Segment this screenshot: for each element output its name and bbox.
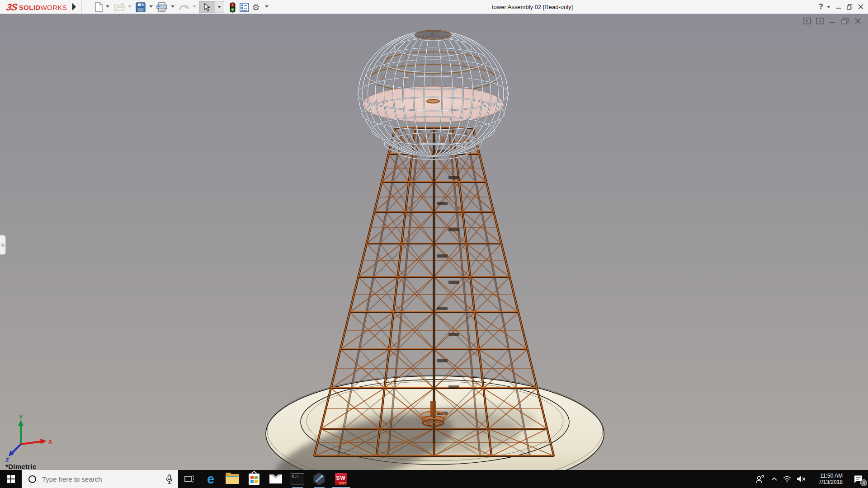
taskbar-mail-button[interactable] (265, 470, 287, 488)
logo-works-text: WORKS (41, 4, 67, 11)
screen: 3S SOLIDWORKS (0, 0, 868, 488)
close-doc-icon[interactable] (854, 18, 862, 24)
solidworks-2017-icon: SW 2017 (335, 473, 347, 485)
windows-logo-icon (7, 475, 15, 483)
help-caret[interactable] (827, 6, 830, 8)
volume-muted-icon (797, 475, 806, 483)
taskbar-hexapp-button[interactable] (308, 470, 330, 488)
tray-overflow-button[interactable] (768, 470, 780, 488)
taskbar-cmd-button[interactable]: C:\ (287, 470, 308, 488)
people-button[interactable] (752, 470, 768, 488)
task-view-button[interactable] (179, 470, 200, 488)
print-caret[interactable] (171, 5, 175, 8)
document-window-controls (803, 18, 862, 24)
command-prompt-icon: C:\ (291, 474, 304, 484)
undo-caret[interactable] (193, 5, 196, 8)
new-document-caret[interactable] (106, 5, 109, 8)
clock[interactable]: 11:50 AM 7/13/2018 (809, 470, 847, 488)
taskbar-edge-button[interactable]: e (200, 470, 222, 488)
previous-window-icon[interactable] (803, 18, 811, 24)
system-tray: 11:50 AM 7/13/2018 4 (752, 470, 868, 488)
people-icon (755, 474, 765, 483)
options-gear-icon[interactable]: ⚙ (250, 2, 261, 13)
microphone-icon[interactable] (166, 474, 173, 484)
solidworks-logo: 3S SOLIDWORKS (6, 2, 67, 13)
minimize-doc-icon[interactable] (829, 18, 836, 24)
select-tool-button[interactable] (199, 1, 224, 13)
options-caret[interactable] (265, 5, 269, 8)
logo-3s-glyph: 3S (5, 2, 18, 13)
graphics-area[interactable]: Y X Z *Dimetric (0, 14, 868, 470)
start-button[interactable] (0, 470, 22, 488)
titlebar: 3S SOLIDWORKS (0, 0, 868, 14)
document-title: tower Assembly 02 [Read-only] (492, 4, 573, 10)
panel-tab-dot (1, 244, 5, 247)
taskbar-store-button[interactable] (243, 470, 265, 488)
restore-button[interactable] (845, 1, 854, 12)
taskbar: e C:\ SW 2017 (0, 470, 868, 488)
model-scene[interactable]: Y X Z (0, 14, 868, 470)
network-button[interactable] (780, 470, 794, 488)
undo-icon[interactable] (178, 2, 189, 13)
taskbar-search[interactable] (22, 470, 178, 488)
save-icon[interactable] (135, 2, 146, 13)
cortana-icon (28, 475, 36, 483)
minimize-button[interactable] (834, 1, 843, 12)
select-tool-caret[interactable] (215, 1, 224, 13)
view-orientation-label: *Dimetric (5, 463, 37, 470)
tray-date: 7/13/2018 (814, 479, 843, 485)
select-cursor-icon[interactable] (199, 1, 215, 13)
file-properties-icon[interactable] (239, 2, 250, 13)
volume-button[interactable] (794, 470, 808, 488)
feature-panel-collapsed-tab[interactable] (0, 235, 6, 255)
taskbar-explorer-button[interactable] (222, 470, 243, 488)
open-icon[interactable] (114, 2, 125, 13)
rebuild-stoplight-icon[interactable] (227, 2, 238, 13)
chevron-up-icon (771, 477, 777, 481)
toolbar-separator (81, 0, 82, 14)
store-icon (249, 474, 259, 485)
help-button[interactable]: ? (816, 1, 826, 12)
next-window-icon[interactable] (816, 18, 824, 24)
toolbar-flyout-arrow[interactable] (72, 3, 76, 10)
new-document-icon[interactable] (93, 2, 104, 13)
hex-app-icon (312, 472, 326, 486)
save-caret[interactable] (149, 5, 153, 8)
open-caret[interactable] (128, 5, 132, 8)
wifi-icon (783, 475, 792, 483)
taskbar-solidworks-button[interactable]: SW 2017 (330, 470, 352, 488)
triad-y-label: Y (19, 413, 23, 420)
task-view-icon (184, 474, 194, 483)
print-icon[interactable] (156, 2, 167, 13)
restore-doc-icon[interactable] (841, 18, 849, 24)
triad-x-label: X (48, 438, 52, 445)
tray-time: 11:50 AM (814, 473, 843, 479)
file-explorer-icon (226, 474, 239, 484)
mail-icon (269, 474, 282, 483)
close-button[interactable] (856, 1, 865, 12)
logo-solid-text: SOLID (19, 4, 41, 11)
notification-badge: 4 (860, 479, 867, 486)
search-input[interactable] (42, 475, 166, 483)
action-center-button[interactable]: 4 (848, 470, 868, 488)
edge-icon: e (207, 473, 214, 486)
